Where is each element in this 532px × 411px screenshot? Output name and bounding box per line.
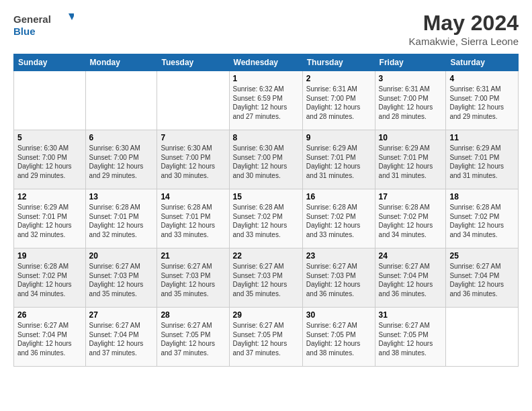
table-row: 24Sunrise: 6:27 AM Sunset: 7:04 PM Dayli… <box>375 248 446 308</box>
day-info: Sunrise: 6:28 AM Sunset: 7:02 PM Dayligh… <box>306 203 371 239</box>
day-number: 26 <box>17 310 82 320</box>
day-info: Sunrise: 6:27 AM Sunset: 7:03 PM Dayligh… <box>233 262 299 298</box>
table-row: 30Sunrise: 6:27 AM Sunset: 7:05 PM Dayli… <box>302 308 375 367</box>
table-row <box>85 71 157 130</box>
table-row: 26Sunrise: 6:27 AM Sunset: 7:04 PM Dayli… <box>14 308 86 367</box>
day-number: 9 <box>306 133 371 142</box>
col-sunday: Sunday <box>14 54 86 71</box>
calendar-week-row: 19Sunrise: 6:28 AM Sunset: 7:02 PM Dayli… <box>14 248 519 308</box>
day-info: Sunrise: 6:27 AM Sunset: 7:05 PM Dayligh… <box>306 321 371 357</box>
table-row: 4Sunrise: 6:31 AM Sunset: 7:00 PM Daylig… <box>446 71 519 130</box>
day-info: Sunrise: 6:27 AM Sunset: 7:04 PM Dayligh… <box>449 262 515 298</box>
table-row: 12Sunrise: 6:29 AM Sunset: 7:01 PM Dayli… <box>14 189 86 248</box>
col-tuesday: Tuesday <box>157 54 229 71</box>
day-info: Sunrise: 6:27 AM Sunset: 7:04 PM Dayligh… <box>17 321 82 357</box>
day-info: Sunrise: 6:31 AM Sunset: 7:00 PM Dayligh… <box>306 85 371 121</box>
day-number: 22 <box>233 251 299 261</box>
table-row: 27Sunrise: 6:27 AM Sunset: 7:04 PM Dayli… <box>85 308 157 367</box>
day-info: Sunrise: 6:30 AM Sunset: 7:00 PM Dayligh… <box>233 144 299 180</box>
day-info: Sunrise: 6:28 AM Sunset: 7:01 PM Dayligh… <box>161 203 225 239</box>
day-number: 28 <box>161 310 225 320</box>
day-number: 6 <box>89 133 154 142</box>
day-number: 16 <box>306 192 371 201</box>
table-row: 22Sunrise: 6:27 AM Sunset: 7:03 PM Dayli… <box>229 248 302 308</box>
day-number: 3 <box>379 74 443 83</box>
day-number: 19 <box>17 251 82 261</box>
table-row: 23Sunrise: 6:27 AM Sunset: 7:03 PM Dayli… <box>302 248 375 308</box>
day-number: 15 <box>233 192 299 201</box>
table-row: 29Sunrise: 6:27 AM Sunset: 7:05 PM Dayli… <box>229 308 302 367</box>
day-info: Sunrise: 6:27 AM Sunset: 7:05 PM Dayligh… <box>161 321 225 357</box>
day-number: 24 <box>379 251 443 261</box>
svg-text:Blue: Blue <box>13 26 36 37</box>
table-row: 2Sunrise: 6:31 AM Sunset: 7:00 PM Daylig… <box>302 71 375 130</box>
table-row: 8Sunrise: 6:30 AM Sunset: 7:00 PM Daylig… <box>229 130 302 189</box>
day-number: 1 <box>233 74 299 83</box>
day-info: Sunrise: 6:31 AM Sunset: 7:00 PM Dayligh… <box>379 85 443 121</box>
title-block: May 2024 Kamakwie, Sierra Leone <box>409 11 519 47</box>
day-info: Sunrise: 6:30 AM Sunset: 7:00 PM Dayligh… <box>161 144 225 180</box>
day-number: 5 <box>17 133 82 142</box>
col-monday: Monday <box>85 54 157 71</box>
col-saturday: Saturday <box>446 54 519 71</box>
table-row: 17Sunrise: 6:28 AM Sunset: 7:02 PM Dayli… <box>375 189 446 248</box>
day-info: Sunrise: 6:32 AM Sunset: 6:59 PM Dayligh… <box>233 85 299 121</box>
day-number: 14 <box>161 192 225 201</box>
day-number: 21 <box>161 251 225 261</box>
table-row: 5Sunrise: 6:30 AM Sunset: 7:00 PM Daylig… <box>14 130 86 189</box>
col-thursday: Thursday <box>302 54 375 71</box>
logo: General Blue <box>13 11 74 39</box>
table-row: 7Sunrise: 6:30 AM Sunset: 7:00 PM Daylig… <box>157 130 229 189</box>
table-row: 1Sunrise: 6:32 AM Sunset: 6:59 PM Daylig… <box>229 71 302 130</box>
day-info: Sunrise: 6:28 AM Sunset: 7:02 PM Dayligh… <box>17 262 82 298</box>
day-number: 31 <box>379 310 443 320</box>
calendar-week-row: 1Sunrise: 6:32 AM Sunset: 6:59 PM Daylig… <box>14 71 519 130</box>
day-info: Sunrise: 6:27 AM Sunset: 7:03 PM Dayligh… <box>89 262 154 298</box>
day-info: Sunrise: 6:28 AM Sunset: 7:02 PM Dayligh… <box>379 203 443 239</box>
day-number: 10 <box>379 133 443 142</box>
table-row: 31Sunrise: 6:27 AM Sunset: 7:05 PM Dayli… <box>375 308 446 367</box>
table-row: 11Sunrise: 6:29 AM Sunset: 7:01 PM Dayli… <box>446 130 519 189</box>
day-number: 7 <box>161 133 225 142</box>
day-info: Sunrise: 6:30 AM Sunset: 7:00 PM Dayligh… <box>17 144 82 180</box>
table-row: 9Sunrise: 6:29 AM Sunset: 7:01 PM Daylig… <box>302 130 375 189</box>
table-row: 6Sunrise: 6:30 AM Sunset: 7:00 PM Daylig… <box>85 130 157 189</box>
day-info: Sunrise: 6:29 AM Sunset: 7:01 PM Dayligh… <box>449 144 515 180</box>
day-info: Sunrise: 6:28 AM Sunset: 7:02 PM Dayligh… <box>449 203 515 239</box>
day-info: Sunrise: 6:29 AM Sunset: 7:01 PM Dayligh… <box>306 144 371 180</box>
table-row: 13Sunrise: 6:28 AM Sunset: 7:01 PM Dayli… <box>85 189 157 248</box>
day-info: Sunrise: 6:29 AM Sunset: 7:01 PM Dayligh… <box>379 144 443 180</box>
col-friday: Friday <box>375 54 446 71</box>
table-row: 16Sunrise: 6:28 AM Sunset: 7:02 PM Dayli… <box>302 189 375 248</box>
calendar-week-row: 26Sunrise: 6:27 AM Sunset: 7:04 PM Dayli… <box>14 308 519 367</box>
table-row: 14Sunrise: 6:28 AM Sunset: 7:01 PM Dayli… <box>157 189 229 248</box>
day-number: 18 <box>449 192 515 201</box>
day-number: 8 <box>233 133 299 142</box>
svg-marker-2 <box>69 13 74 20</box>
calendar-week-row: 12Sunrise: 6:29 AM Sunset: 7:01 PM Dayli… <box>14 189 519 248</box>
day-info: Sunrise: 6:27 AM Sunset: 7:03 PM Dayligh… <box>161 262 225 298</box>
day-info: Sunrise: 6:28 AM Sunset: 7:01 PM Dayligh… <box>89 203 154 239</box>
day-info: Sunrise: 6:28 AM Sunset: 7:02 PM Dayligh… <box>233 203 299 239</box>
day-number: 4 <box>449 74 515 83</box>
table-row: 20Sunrise: 6:27 AM Sunset: 7:03 PM Dayli… <box>85 248 157 308</box>
table-row: 10Sunrise: 6:29 AM Sunset: 7:01 PM Dayli… <box>375 130 446 189</box>
day-number: 25 <box>449 251 515 261</box>
header: General Blue May 2024 Kamakwie, Sierra L… <box>13 11 519 47</box>
day-info: Sunrise: 6:27 AM Sunset: 7:04 PM Dayligh… <box>89 321 154 357</box>
svg-text:General: General <box>13 13 51 25</box>
day-number: 20 <box>89 251 154 261</box>
calendar-body: 1Sunrise: 6:32 AM Sunset: 6:59 PM Daylig… <box>14 71 519 367</box>
day-info: Sunrise: 6:27 AM Sunset: 7:05 PM Dayligh… <box>379 321 443 357</box>
table-row <box>446 308 519 367</box>
day-info: Sunrise: 6:30 AM Sunset: 7:00 PM Dayligh… <box>89 144 154 180</box>
table-row: 28Sunrise: 6:27 AM Sunset: 7:05 PM Dayli… <box>157 308 229 367</box>
table-row <box>157 71 229 130</box>
table-row: 25Sunrise: 6:27 AM Sunset: 7:04 PM Dayli… <box>446 248 519 308</box>
day-info: Sunrise: 6:27 AM Sunset: 7:05 PM Dayligh… <box>233 321 299 357</box>
calendar-table: Sunday Monday Tuesday Wednesday Thursday… <box>13 54 519 367</box>
day-number: 30 <box>306 310 371 320</box>
table-row: 21Sunrise: 6:27 AM Sunset: 7:03 PM Dayli… <box>157 248 229 308</box>
col-wednesday: Wednesday <box>229 54 302 71</box>
page: General Blue May 2024 Kamakwie, Sierra L… <box>0 0 532 411</box>
